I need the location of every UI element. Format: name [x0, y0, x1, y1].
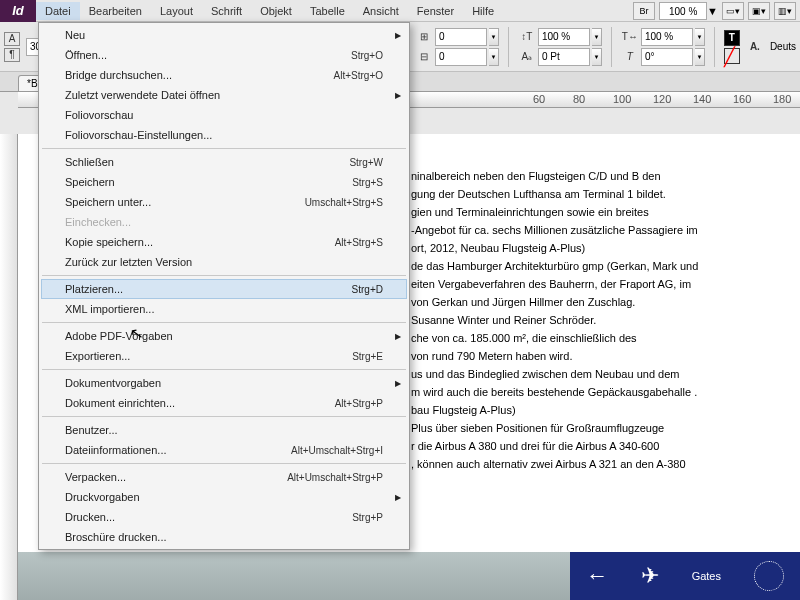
- menubar-item-layout[interactable]: Layout: [151, 2, 202, 20]
- chevron-down-icon[interactable]: ▼: [695, 28, 705, 46]
- chevron-down-icon[interactable]: ▼: [489, 48, 499, 66]
- chevron-down-icon[interactable]: ▼: [592, 28, 602, 46]
- bridge-button[interactable]: Br: [633, 2, 655, 20]
- menu-item-foliovorschau[interactable]: Foliovorschau: [41, 105, 407, 125]
- gates-label: Gates: [692, 570, 721, 582]
- menubar: Id DateiBearbeitenLayoutSchriftObjektTab…: [0, 0, 800, 22]
- menu-item-dateiinformationen-[interactable]: Dateiinformationen...Alt+Umschalt+Strg+I: [41, 440, 407, 460]
- menubar-item-ansicht[interactable]: Ansicht: [354, 2, 408, 20]
- gates-sign: ← ✈ Gates: [570, 552, 800, 600]
- text-line[interactable]: ninalbereich neben den Flugsteigen C/D u…: [411, 167, 698, 185]
- text-line[interactable]: de das Hamburger Architekturbüro gmp (Ge…: [411, 257, 698, 275]
- zoom-dropdown-icon[interactable]: ▼: [707, 5, 718, 17]
- submenu-arrow-icon: ▶: [395, 493, 401, 502]
- noneT-icon[interactable]: ╱: [724, 48, 740, 64]
- menu-item-speichern[interactable]: SpeichernStrg+S: [41, 172, 407, 192]
- menubar-item-objekt[interactable]: Objekt: [251, 2, 301, 20]
- menu-item-brosch-re-drucken-[interactable]: Broschüre drucken...: [41, 527, 407, 547]
- text-line[interactable]: che von ca. 185.000 m², die einschließli…: [411, 329, 698, 347]
- chevron-down-icon[interactable]: ▼: [592, 48, 602, 66]
- vscale-field[interactable]: [538, 28, 590, 46]
- skew-icon: T: [621, 49, 639, 65]
- arrow-left-icon: ←: [586, 563, 608, 589]
- menu-item-speichern-unter-[interactable]: Speichern unter...Umschalt+Strg+S: [41, 192, 407, 212]
- menu-item-schlie-en[interactable]: SchließenStrg+W: [41, 152, 407, 172]
- text-line[interactable]: bau Flugsteig A-Plus): [411, 401, 698, 419]
- text-line[interactable]: Plus über sieben Positionen für Großraum…: [411, 419, 698, 437]
- hscale-icon: T↔: [621, 29, 639, 45]
- text-line[interactable]: us und das Bindeglied zwischen dem Neuba…: [411, 365, 698, 383]
- grid-bot-icon: ⊟: [415, 49, 433, 65]
- app-icon: Id: [0, 0, 36, 22]
- menubar-item-fenster[interactable]: Fenster: [408, 2, 463, 20]
- submenu-arrow-icon: ▶: [395, 379, 401, 388]
- view-options-icon[interactable]: ▭▾: [722, 2, 744, 20]
- lang-label: Deuts: [770, 41, 796, 52]
- text-line[interactable]: r die Airbus A 380 und drei für die Airb…: [411, 437, 698, 455]
- submenu-arrow-icon: ▶: [395, 31, 401, 40]
- text-line[interactable]: eiten Vergabeverfahren des Bauherrn, der…: [411, 275, 698, 293]
- text-line[interactable]: gung der Deutschen Lufthansa am Terminal…: [411, 185, 698, 203]
- text-line[interactable]: gien und Terminaleinrichtungen sowie ein…: [411, 203, 698, 221]
- menubar-item-hilfe[interactable]: Hilfe: [463, 2, 503, 20]
- skew-field[interactable]: [641, 48, 693, 66]
- eu-flag-icon: [754, 561, 784, 591]
- menu-item-drucken-[interactable]: Drucken...Strg+P: [41, 507, 407, 527]
- text-line[interactable]: ort, 2012, Neubau Flugsteig A-Plus): [411, 239, 698, 257]
- menu-item-xml-importieren-[interactable]: XML importieren...: [41, 299, 407, 319]
- grid-top-icon: ⊞: [415, 29, 433, 45]
- text-line[interactable]: von rund 790 Metern haben wird.: [411, 347, 698, 365]
- zoom-field[interactable]: [659, 2, 707, 20]
- menubar-item-schrift[interactable]: Schrift: [202, 2, 251, 20]
- menu-item-einchecken-: Einchecken...: [41, 212, 407, 232]
- grid-bot-field[interactable]: [435, 48, 487, 66]
- para-icon[interactable]: A: [4, 32, 20, 46]
- baseline-icon: Aₐ: [518, 49, 536, 65]
- menubar-item-datei[interactable]: Datei: [36, 2, 80, 20]
- menu-item-benutzer-[interactable]: Benutzer...: [41, 420, 407, 440]
- menu-item-zur-ck-zur-letzten-version[interactable]: Zurück zur letzten Version: [41, 252, 407, 272]
- file-menu: Neu▶Öffnen...Strg+OBridge durchsuchen...…: [38, 22, 410, 550]
- text-line[interactable]: -Angebot für ca. sechs Millionen zusätzl…: [411, 221, 698, 239]
- menu-item-exportieren-[interactable]: Exportieren...Strg+E: [41, 346, 407, 366]
- charstyle-icon[interactable]: A.: [746, 39, 764, 55]
- plane-icon: ✈: [641, 563, 659, 589]
- ruler-vertical[interactable]: [0, 134, 18, 600]
- grid-top-field[interactable]: [435, 28, 487, 46]
- menu-item-dokumentvorgaben[interactable]: Dokumentvorgaben▶: [41, 373, 407, 393]
- baseline-field[interactable]: [538, 48, 590, 66]
- menu-item-platzieren-[interactable]: Platzieren...Strg+D: [41, 279, 407, 299]
- menubar-item-tabelle[interactable]: Tabelle: [301, 2, 354, 20]
- menu-item-druckvorgaben[interactable]: Druckvorgaben▶: [41, 487, 407, 507]
- menu-item-adobe-pdf-vorgaben[interactable]: Adobe PDF-Vorgaben▶: [41, 326, 407, 346]
- fillT-icon[interactable]: T: [724, 30, 740, 46]
- hscale-field[interactable]: [641, 28, 693, 46]
- menu-item-dokument-einrichten-[interactable]: Dokument einrichten...Alt+Strg+P: [41, 393, 407, 413]
- menu-item--ffnen-[interactable]: Öffnen...Strg+O: [41, 45, 407, 65]
- arrange-icon[interactable]: ▥▾: [774, 2, 796, 20]
- menu-item-zuletzt-verwendete-datei-ffnen[interactable]: Zuletzt verwendete Datei öffnen▶: [41, 85, 407, 105]
- text-line[interactable]: m wird auch die bereits bestehende Gepäc…: [411, 383, 698, 401]
- menu-item-verpacken-[interactable]: Verpacken...Alt+Umschalt+Strg+P: [41, 467, 407, 487]
- submenu-arrow-icon: ▶: [395, 332, 401, 341]
- chevron-down-icon[interactable]: ▼: [489, 28, 499, 46]
- menu-item-bridge-durchsuchen-[interactable]: Bridge durchsuchen...Alt+Strg+O: [41, 65, 407, 85]
- text-line[interactable]: , können auch alternativ zwei Airbus A 3…: [411, 455, 698, 473]
- toolbar-right: Br ▼ ▭▾ ▣▾ ▥▾: [633, 0, 800, 22]
- menubar-item-bearbeiten[interactable]: Bearbeiten: [80, 2, 151, 20]
- text-line[interactable]: Susanne Winter und Reiner Schröder.: [411, 311, 698, 329]
- screen-mode-icon[interactable]: ▣▾: [748, 2, 770, 20]
- char-icon[interactable]: ¶: [4, 48, 20, 62]
- menu-item-foliovorschau-einstellungen-[interactable]: Foliovorschau-Einstellungen...: [41, 125, 407, 145]
- text-line[interactable]: von Gerkan und Jürgen Hillmer den Zuschl…: [411, 293, 698, 311]
- submenu-arrow-icon: ▶: [395, 91, 401, 100]
- menu-item-kopie-speichern-[interactable]: Kopie speichern...Alt+Strg+S: [41, 232, 407, 252]
- image-placeholder: [18, 552, 570, 600]
- menu-item-neu[interactable]: Neu▶: [41, 25, 407, 45]
- chevron-down-icon[interactable]: ▼: [695, 48, 705, 66]
- vscale-icon: ↕T: [518, 29, 536, 45]
